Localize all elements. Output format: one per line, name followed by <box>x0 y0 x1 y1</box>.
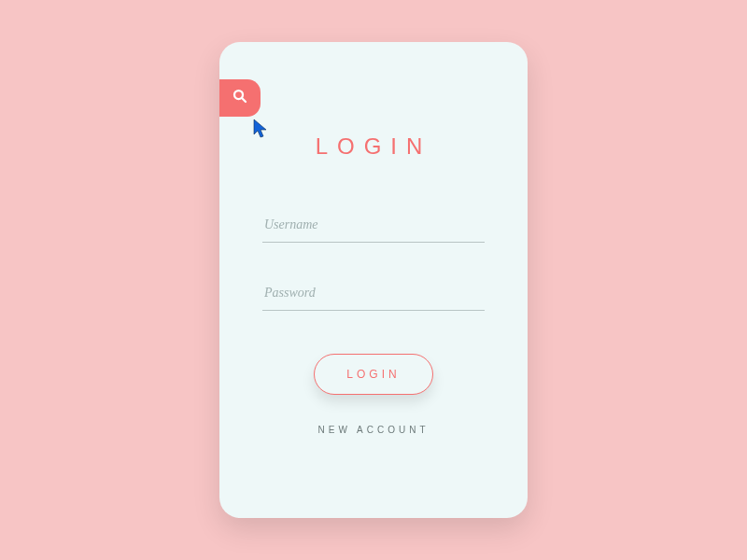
svg-line-1 <box>242 98 246 102</box>
page-title: LOGIN <box>262 133 485 160</box>
password-field[interactable] <box>262 280 485 311</box>
search-icon <box>232 88 248 108</box>
search-button[interactable] <box>219 79 261 117</box>
password-field-wrapper <box>262 280 485 311</box>
username-field-wrapper <box>262 212 485 243</box>
login-button[interactable]: LOGIN <box>314 354 433 395</box>
username-field[interactable] <box>262 212 485 243</box>
new-account-link[interactable]: NEW ACCOUNT <box>262 425 485 435</box>
login-card: LOGIN LOGIN NEW ACCOUNT <box>219 42 528 518</box>
